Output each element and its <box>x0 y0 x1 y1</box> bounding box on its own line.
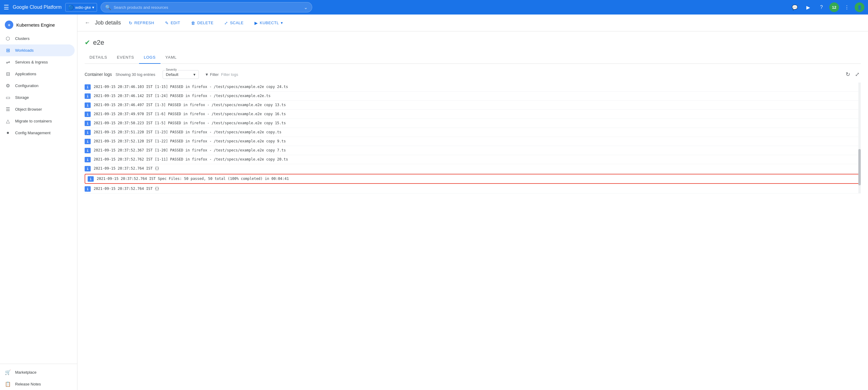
severity-label: Severity <box>165 68 178 71</box>
sidebar-item-clusters[interactable]: ⬡ Clusters <box>0 33 75 44</box>
storage-icon: ▭ <box>5 95 11 100</box>
chat-icon[interactable]: 💬 <box>789 2 800 13</box>
search-input[interactable] <box>114 5 301 10</box>
project-name: wdio-gke <box>75 5 91 10</box>
sidebar-item-objectbrowser[interactable]: ☰ Object Browser <box>0 103 75 115</box>
severity-dropdown-arrow: ▾ <box>193 72 195 77</box>
configuration-icon: ⚙ <box>5 83 11 89</box>
tab-logs[interactable]: LOGS <box>139 51 160 64</box>
sidebar-label-configmgmt: Config Management <box>15 130 51 135</box>
log-info-icon: i <box>88 176 94 182</box>
sidebar-item-applications[interactable]: ⊟ Applications <box>0 68 75 80</box>
content-area: ✔ e2e DETAILS EVENTS LOGS YAML Container… <box>78 31 868 390</box>
sidebar-item-migrate[interactable]: △ Migrate to containers <box>0 115 75 127</box>
main-content: ← Job details ↻ REFRESH ✎ EDIT 🗑 DELETE … <box>78 14 868 390</box>
severity-wrapper: Severity Default ▾ <box>163 70 199 79</box>
refresh-button[interactable]: ↻ REFRESH <box>126 19 157 27</box>
logs-title: Container logs <box>85 72 112 77</box>
log-info-icon: i <box>85 121 91 126</box>
layout: ⎈ Kubernetes Engine ⬡ Clusters ⊞ Workloa… <box>0 14 868 390</box>
back-button[interactable]: ← <box>85 20 90 26</box>
severity-dropdown[interactable]: Default ▾ <box>163 70 199 79</box>
tab-details[interactable]: DETAILS <box>85 51 112 64</box>
log-text: 2021-09-15 20:37:50.223 IST [1-5] PASSED… <box>94 120 861 126</box>
logs-refresh-icon[interactable]: ↻ <box>844 70 851 79</box>
logs-count: Showing 30 log entries <box>116 72 155 77</box>
log-text: 2021-09-15 20:37:52.367 IST [1-20] PASSE… <box>94 148 861 153</box>
filter-input[interactable] <box>221 72 272 77</box>
project-selector[interactable]: 🔵 wdio-gke ▾ <box>65 3 97 12</box>
sidebar-item-services[interactable]: ⇌ Services & Ingress <box>0 56 75 68</box>
log-entry: i2021-09-15 20:37:50.223 IST [1-5] PASSE… <box>85 119 861 128</box>
log-entry: i2021-09-15 20:37:52.764 IST Spec Files:… <box>85 174 861 184</box>
sidebar-label-migrate: Migrate to containers <box>15 119 52 123</box>
user-avatar[interactable]: 👤 <box>855 2 864 12</box>
log-info-icon: i <box>85 148 91 153</box>
log-entry: i2021-09-15 20:37:46.142 IST [1-24] PASS… <box>85 92 861 101</box>
sidebar-item-storage[interactable]: ▭ Storage <box>0 92 75 103</box>
page-title: Job details <box>95 20 121 26</box>
log-entry: i2021-09-15 20:37:52.762 IST [1-11] PASS… <box>85 155 861 164</box>
migrate-icon: △ <box>5 118 11 124</box>
logs-header: Container logs Showing 30 log entries Se… <box>85 70 861 79</box>
tab-yaml[interactable]: YAML <box>160 51 182 64</box>
resource-name-row: ✔ e2e <box>85 39 861 47</box>
kubectl-button[interactable]: ▶ KUBECTL ▾ <box>251 19 286 27</box>
logs-actions: ↻ ⤢ <box>844 70 861 79</box>
logs-external-link-icon[interactable]: ⤢ <box>854 70 861 79</box>
more-options-icon[interactable]: ⋮ <box>841 2 852 13</box>
log-text: 2021-09-15 20:37:46.497 IST [1-3] PASSED… <box>94 102 861 108</box>
tab-events[interactable]: EVENTS <box>112 51 139 64</box>
scrollbar-track[interactable] <box>858 83 861 193</box>
scrollbar-thumb[interactable] <box>858 149 861 185</box>
sidebar-item-workloads[interactable]: ⊞ Workloads <box>0 44 75 56</box>
log-entry: i2021-09-15 20:37:52.120 IST [1-22] PASS… <box>85 137 861 146</box>
app-title: Google Cloud Platform <box>13 4 62 10</box>
log-text: 2021-09-15 20:37:49.970 IST [1-6] PASSED… <box>94 111 861 117</box>
sub-header: ← Job details ↻ REFRESH ✎ EDIT 🗑 DELETE … <box>78 14 868 31</box>
sidebar-label-applications: Applications <box>15 72 36 76</box>
sidebar-header: ⎈ Kubernetes Engine <box>0 17 77 33</box>
log-text: 2021-09-15 20:37:52.120 IST [1-22] PASSE… <box>94 139 861 144</box>
log-entries-container: i2021-09-15 20:37:46.103 IST [1-15] PASS… <box>85 83 861 193</box>
log-entry: i2021-09-15 20:37:49.970 IST [1-6] PASSE… <box>85 110 861 119</box>
sidebar-label-storage: Storage <box>15 95 29 100</box>
scale-icon: ⤢ <box>224 21 228 25</box>
edit-button[interactable]: ✎ EDIT <box>162 19 183 27</box>
objectbrowser-icon: ☰ <box>5 107 11 112</box>
delete-button[interactable]: 🗑 DELETE <box>188 19 216 27</box>
log-entry: i2021-09-15 20:37:52.367 IST [1-20] PASS… <box>85 146 861 155</box>
product-name: Kubernetes Engine <box>16 22 55 28</box>
search-bar[interactable]: 🔍 ⌄ <box>101 2 312 12</box>
kubectl-icon: ▶ <box>254 21 258 25</box>
severity-value: Default <box>166 72 178 77</box>
status-success-icon: ✔ <box>85 39 90 47</box>
configmgmt-icon: ● <box>5 130 11 136</box>
sidebar-label-workloads: Workloads <box>15 48 34 53</box>
log-info-icon: i <box>85 112 91 117</box>
log-text: 2021-09-15 20:37:46.142 IST [1-24] PASSE… <box>94 93 861 98</box>
applications-icon: ⊟ <box>5 71 11 77</box>
help-icon[interactable]: ? <box>816 2 827 13</box>
scale-button[interactable]: ⤢ SCALE <box>221 19 247 27</box>
cloud-shell-icon[interactable]: ▶ <box>803 2 814 13</box>
hamburger-icon[interactable]: ☰ <box>4 4 9 11</box>
log-text: 2021-09-15 20:37:46.103 IST [1-15] PASSE… <box>94 84 861 89</box>
log-text: 2021-09-15 20:37:52.764 IST {} <box>94 186 861 191</box>
sidebar-label-releasenotes: Release Notes <box>15 382 41 386</box>
top-nav: ☰ Google Cloud Platform 🔵 wdio-gke ▾ 🔍 ⌄… <box>0 0 868 14</box>
notification-badge[interactable]: 12 <box>829 2 839 12</box>
sidebar-item-configmgmt[interactable]: ● Config Management <box>0 127 75 139</box>
sidebar-item-marketplace[interactable]: 🛒 Marketplace <box>0 366 75 378</box>
sidebar-item-releasenotes[interactable]: 📋 Release Notes <box>0 378 75 390</box>
sidebar-item-configuration[interactable]: ⚙ Configuration <box>0 80 75 92</box>
kubernetes-icon: ⎈ <box>5 21 13 29</box>
log-info-icon: i <box>85 130 91 135</box>
log-text: 2021-09-15 20:37:51.220 IST [1-23] PASSE… <box>94 129 861 135</box>
log-entry: i2021-09-15 20:37:46.103 IST [1-15] PASS… <box>85 83 861 92</box>
sidebar-label-marketplace: Marketplace <box>15 370 37 374</box>
chevron-down-icon: ▾ <box>92 5 94 10</box>
sidebar-label-objectbrowser: Object Browser <box>15 107 42 112</box>
log-info-icon: i <box>85 93 91 99</box>
sidebar-label-configuration: Configuration <box>15 84 38 88</box>
